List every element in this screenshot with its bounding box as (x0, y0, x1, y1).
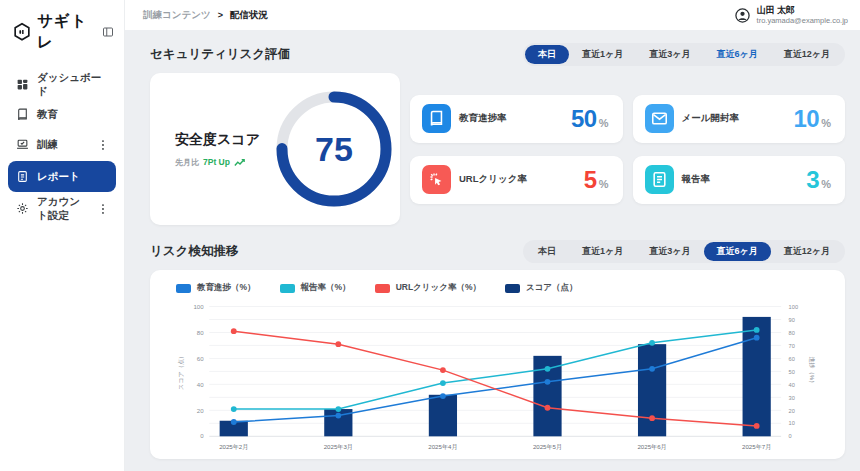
stat-value: 3 (806, 166, 819, 194)
svg-text:40: 40 (789, 382, 795, 388)
safety-score-value: 75 (315, 130, 353, 168)
svg-text:2025年7月: 2025年7月 (742, 443, 771, 451)
safety-score-card: 安全度スコア 先月比 7Pt Up 75 (150, 73, 400, 225)
sidebar-item-label: レポート (37, 170, 80, 184)
stat-value: 10 (794, 105, 820, 133)
stat-unit: % (821, 178, 831, 190)
sidebar-item[interactable]: アカウント設定 (8, 195, 116, 222)
period-tab[interactable]: 直近3ヶ月 (636, 242, 703, 261)
user-avatar-icon (734, 7, 751, 24)
stat-book-icon (422, 104, 451, 133)
stat-label: 教育進捗率 (459, 112, 507, 125)
breadcrumb-separator: > (218, 10, 223, 20)
header: 訓練コンテンツ > 配信状況 山田 太郎 tro.yamada@example.… (125, 0, 860, 30)
legend-swatch (505, 284, 520, 293)
settings-icon (16, 202, 29, 215)
score-compare-label: 先月比 (175, 157, 199, 168)
stat-value: 5 (584, 166, 597, 194)
sidebar-nav: ダッシュボード 教育 訓練 レポート ア (0, 63, 124, 222)
svg-text:スコア（点）: スコア（点） (177, 353, 185, 390)
svg-text:2025年2月: 2025年2月 (219, 443, 248, 451)
svg-text:0: 0 (789, 433, 792, 439)
stat-card: 報告率 3 % (633, 156, 846, 204)
svg-text:2025年3月: 2025年3月 (324, 443, 353, 451)
stat-card: URLクリック率 5 % (410, 156, 623, 204)
sidebar-item[interactable]: 訓練 (8, 131, 116, 158)
period-tab[interactable]: 直近1ヶ月 (569, 242, 636, 261)
stat-card: メール開封率 10 % (633, 95, 846, 143)
svg-text:20: 20 (789, 408, 795, 414)
risk-assessment-period-tabs: 本日 直近1ヶ月 直近3ヶ月 直近6ヶ月 直近12ヶ月 (523, 43, 845, 66)
period-tab[interactable]: 直近1ヶ月 (569, 45, 636, 64)
legend-label: URLクリック率（%） (396, 282, 481, 294)
safety-score-label: 安全度スコア (175, 131, 260, 149)
stat-unit: % (821, 117, 831, 129)
period-tab[interactable]: 直近3ヶ月 (636, 45, 703, 64)
stats-grid: 教育進捗率 50 % メール開封率 10 % (410, 73, 845, 225)
svg-text:10: 10 (789, 420, 795, 426)
svg-text:80: 80 (789, 330, 795, 336)
training-icon (16, 138, 29, 151)
stat-report-icon (645, 165, 674, 194)
period-tab[interactable]: 本日 (525, 45, 569, 64)
legend-swatch (176, 284, 191, 293)
svg-text:40: 40 (197, 381, 204, 388)
legend-item: スコア（点） (505, 282, 578, 294)
user-menu[interactable]: 山田 太郎 tro.yamada@example.co.jp (734, 5, 848, 26)
svg-text:70: 70 (789, 343, 795, 349)
svg-text:80: 80 (197, 329, 204, 336)
breadcrumb-parent[interactable]: 訓練コンテンツ (143, 9, 211, 22)
safety-score-donut: 75 (272, 87, 396, 211)
svg-text:60: 60 (197, 355, 204, 362)
stat-card: 教育進捗率 50 % (410, 95, 623, 143)
svg-text:0: 0 (200, 432, 204, 439)
item-menu-icon[interactable] (98, 139, 108, 151)
sidebar-item[interactable]: 教育 (8, 101, 116, 128)
svg-text:100: 100 (193, 303, 204, 310)
user-name: 山田 太郎 (757, 5, 848, 16)
main-content: セキュリティリスク評価 本日 直近1ヶ月 直近3ヶ月 直近6ヶ月 直近12ヶ月 … (125, 30, 860, 471)
app-logo-icon (12, 22, 32, 42)
risk-trend-header: リスク検知推移 本日 直近1ヶ月 直近3ヶ月 直近6ヶ月 直近12ヶ月 (150, 240, 845, 262)
stat-label: URLクリック率 (459, 173, 527, 186)
stat-mail-icon (645, 104, 674, 133)
risk-assessment-cards: 安全度スコア 先月比 7Pt Up 75 (150, 73, 845, 225)
item-menu-icon[interactable] (98, 203, 108, 215)
svg-text:60: 60 (789, 356, 795, 362)
stat-unit: % (599, 178, 609, 190)
stat-unit: % (599, 117, 609, 129)
sidebar-item[interactable]: レポート (8, 161, 116, 192)
svg-text:30: 30 (789, 395, 795, 401)
period-tab[interactable]: 直近6ヶ月 (704, 242, 771, 261)
dashboard-icon (16, 78, 29, 91)
breadcrumb-current: 配信状況 (230, 9, 268, 22)
period-tab[interactable]: 直近12ヶ月 (771, 45, 843, 64)
stat-label: 報告率 (682, 173, 711, 186)
user-email: tro.yamada@example.co.jp (757, 16, 848, 25)
app-title: サギトレ (37, 11, 97, 53)
sidebar-item-label: アカウント設定 (37, 195, 90, 223)
svg-text:2025年4月: 2025年4月 (428, 443, 457, 451)
stat-value: 50 (571, 105, 597, 133)
period-tab[interactable]: 直近6ヶ月 (704, 45, 771, 64)
legend-swatch (280, 284, 295, 293)
sidebar: サギトレ ダッシュボード 教育 訓練 (0, 0, 125, 471)
sidebar-item-label: ダッシュボード (37, 71, 108, 99)
svg-text:2025年6月: 2025年6月 (637, 443, 666, 451)
svg-text:2025年5月: 2025年5月 (533, 443, 562, 451)
period-tab[interactable]: 本日 (525, 242, 569, 261)
svg-text:20: 20 (197, 407, 204, 414)
sidebar-item[interactable]: ダッシュボード (8, 71, 116, 98)
sidebar-item-label: 訓練 (37, 138, 58, 152)
period-tab[interactable]: 直近12ヶ月 (771, 242, 843, 261)
score-change-text: 7Pt Up (203, 157, 230, 167)
trend-chart-card: 教育進捗（%） 報告率（%） URLクリック率（%） スコア（点 (150, 270, 845, 459)
legend-label: 報告率（%） (301, 282, 351, 294)
sidebar-collapse-icon[interactable] (102, 26, 114, 38)
legend-label: スコア（点） (526, 282, 578, 294)
education-icon (16, 108, 29, 121)
risk-trend-period-tabs: 本日 直近1ヶ月 直近3ヶ月 直近6ヶ月 直近12ヶ月 (523, 240, 845, 263)
legend-label: 教育進捗（%） (197, 282, 256, 294)
trend-chart: 0204060801000102030405060708090100スコア（点）… (158, 299, 839, 457)
legend-item: URLクリック率（%） (375, 282, 481, 294)
